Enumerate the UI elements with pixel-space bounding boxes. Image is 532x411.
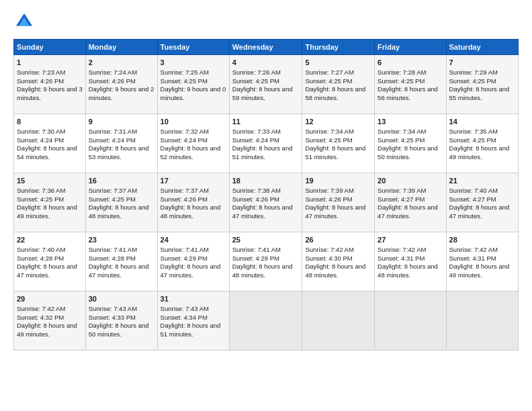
daylight-label: Daylight: 8 hours and 48 minutes. — [232, 263, 293, 279]
day-number: 24 — [161, 235, 226, 245]
sunset: Sunset: 4:32 PM — [17, 314, 64, 321]
daylight-label: Daylight: 8 hours and 50 minutes. — [378, 144, 438, 161]
calendar-cell: 26Sunrise: 7:42 AMSunset: 4:30 PMDayligh… — [302, 232, 375, 291]
sunrise: Sunrise: 7:39 AM — [305, 187, 353, 194]
daylight-label: Daylight: 8 hours and 47 minutes. — [378, 203, 438, 220]
daylight-label: Daylight: 8 hours and 49 minutes. — [449, 144, 510, 161]
calendar-cell: 10Sunrise: 7:32 AMSunset: 4:24 PMDayligh… — [157, 114, 229, 173]
sunrise: Sunrise: 7:37 AM — [89, 187, 137, 194]
sunrise: Sunrise: 7:40 AM — [449, 187, 498, 194]
day-number: 20 — [378, 176, 443, 186]
sunset: Sunset: 4:31 PM — [378, 255, 425, 262]
calendar-cell: 12Sunrise: 7:34 AMSunset: 4:25 PMDayligh… — [302, 114, 375, 173]
sunset: Sunset: 4:29 PM — [232, 255, 279, 262]
sunrise: Sunrise: 7:30 AM — [17, 128, 65, 135]
calendar-cell: 21Sunrise: 7:40 AMSunset: 4:27 PMDayligh… — [446, 173, 518, 232]
sunset: Sunset: 4:25 PM — [378, 136, 425, 144]
daylight-label: Daylight: 8 hours and 47 minutes. — [232, 203, 293, 220]
calendar-header-row: SundayMondayTuesdayWednesdayThursdayFrid… — [14, 40, 519, 55]
sunset: Sunset: 4:27 PM — [449, 195, 496, 203]
header-day-monday: Monday — [85, 40, 157, 55]
sunset: Sunset: 4:24 PM — [89, 136, 136, 144]
calendar-cell: 29Sunrise: 7:42 AMSunset: 4:32 PMDayligh… — [14, 291, 86, 351]
day-number: 22 — [17, 235, 83, 245]
sunrise: Sunrise: 7:28 AM — [378, 68, 426, 76]
calendar-cell: 24Sunrise: 7:41 AMSunset: 4:29 PMDayligh… — [157, 232, 229, 291]
daylight-label: Daylight: 8 hours and 51 minutes. — [161, 322, 221, 338]
header-day-wednesday: Wednesday — [229, 40, 302, 55]
sunrise: Sunrise: 7:42 AM — [17, 305, 65, 312]
sunrise: Sunrise: 7:38 AM — [232, 187, 281, 194]
day-number: 18 — [232, 176, 300, 186]
sunset: Sunset: 4:24 PM — [161, 136, 208, 144]
sunset: Sunset: 4:28 PM — [17, 255, 64, 262]
daylight-label: Daylight: 8 hours and 52 minutes. — [161, 144, 221, 161]
calendar-cell — [375, 291, 446, 351]
sunset: Sunset: 4:28 PM — [89, 255, 136, 262]
sunrise: Sunrise: 7:27 AM — [305, 68, 353, 76]
daylight-label: Daylight: 8 hours and 56 minutes. — [378, 85, 438, 101]
daylight-label: Daylight: 9 hours and 2 minutes. — [89, 85, 154, 101]
calendar-week-5: 29Sunrise: 7:42 AMSunset: 4:32 PMDayligh… — [14, 291, 519, 351]
sunset: Sunset: 4:25 PM — [17, 195, 64, 203]
calendar-cell: 17Sunrise: 7:37 AMSunset: 4:26 PMDayligh… — [157, 173, 229, 232]
daylight-label: Daylight: 8 hours and 59 minutes. — [232, 85, 293, 101]
day-number: 19 — [305, 176, 371, 186]
daylight-label: Daylight: 8 hours and 48 minutes. — [89, 203, 149, 220]
day-number: 14 — [449, 117, 515, 127]
logo-icon — [13, 11, 35, 32]
calendar-cell: 9Sunrise: 7:31 AMSunset: 4:24 PMDaylight… — [85, 114, 157, 173]
calendar-cell: 4Sunrise: 7:26 AMSunset: 4:25 PMDaylight… — [229, 55, 302, 114]
daylight-label: Daylight: 8 hours and 58 minutes. — [305, 85, 365, 101]
calendar-cell: 16Sunrise: 7:37 AMSunset: 4:25 PMDayligh… — [85, 173, 157, 232]
sunset: Sunset: 4:30 PM — [305, 255, 352, 262]
sunset: Sunset: 4:26 PM — [232, 195, 279, 203]
sunrise: Sunrise: 7:42 AM — [449, 246, 498, 253]
sunrise: Sunrise: 7:24 AM — [89, 68, 137, 76]
sunrise: Sunrise: 7:35 AM — [449, 128, 498, 135]
sunset: Sunset: 4:26 PM — [305, 195, 352, 203]
daylight-label: Daylight: 8 hours and 48 minutes. — [161, 203, 221, 220]
day-number: 8 — [17, 117, 83, 127]
sunset: Sunset: 4:25 PM — [449, 77, 496, 85]
sunrise: Sunrise: 7:32 AM — [161, 128, 209, 135]
sunset: Sunset: 4:25 PM — [232, 77, 279, 85]
calendar-cell: 1Sunrise: 7:23 AMSunset: 4:26 PMDaylight… — [14, 55, 86, 114]
day-number: 28 — [449, 235, 515, 245]
daylight-label: Daylight: 8 hours and 53 minutes. — [89, 144, 149, 161]
header-day-thursday: Thursday — [302, 40, 375, 55]
day-number: 30 — [89, 294, 154, 304]
day-number: 21 — [449, 176, 515, 186]
sunrise: Sunrise: 7:39 AM — [378, 187, 426, 194]
sunrise: Sunrise: 7:40 AM — [17, 246, 65, 253]
calendar-cell: 8Sunrise: 7:30 AMSunset: 4:24 PMDaylight… — [14, 114, 86, 173]
sunrise: Sunrise: 7:43 AM — [89, 305, 137, 312]
calendar-cell: 22Sunrise: 7:40 AMSunset: 4:28 PMDayligh… — [14, 232, 86, 291]
daylight-label: Daylight: 8 hours and 47 minutes. — [17, 263, 77, 279]
calendar-cell: 11Sunrise: 7:33 AMSunset: 4:24 PMDayligh… — [229, 114, 302, 173]
daylight-label: Daylight: 8 hours and 54 minutes. — [17, 144, 77, 161]
day-number: 17 — [161, 176, 226, 186]
calendar-cell: 18Sunrise: 7:38 AMSunset: 4:26 PMDayligh… — [229, 173, 302, 232]
header — [13, 11, 519, 32]
calendar-cell — [302, 291, 375, 351]
daylight-label: Daylight: 9 hours and 3 minutes. — [17, 85, 83, 101]
daylight-label: Daylight: 8 hours and 55 minutes. — [449, 85, 510, 101]
calendar-cell — [229, 291, 302, 351]
day-number: 3 — [161, 58, 226, 68]
daylight-label: Daylight: 8 hours and 49 minutes. — [17, 322, 77, 338]
day-number: 16 — [89, 176, 154, 186]
daylight-label: Daylight: 8 hours and 47 minutes. — [89, 263, 149, 279]
daylight-label: Daylight: 8 hours and 48 minutes. — [305, 263, 365, 279]
page: SundayMondayTuesdayWednesdayThursdayFrid… — [0, 0, 532, 411]
sunset: Sunset: 4:27 PM — [378, 195, 425, 203]
sunrise: Sunrise: 7:42 AM — [378, 246, 426, 253]
sunrise: Sunrise: 7:41 AM — [89, 246, 137, 253]
daylight-label: Daylight: 8 hours and 51 minutes. — [305, 144, 365, 161]
sunset: Sunset: 4:25 PM — [161, 77, 208, 85]
calendar-cell — [446, 291, 518, 351]
sunrise: Sunrise: 7:37 AM — [161, 187, 209, 194]
sunrise: Sunrise: 7:26 AM — [232, 68, 281, 76]
header-day-saturday: Saturday — [446, 40, 518, 55]
calendar-week-2: 8Sunrise: 7:30 AMSunset: 4:24 PMDaylight… — [14, 114, 519, 173]
